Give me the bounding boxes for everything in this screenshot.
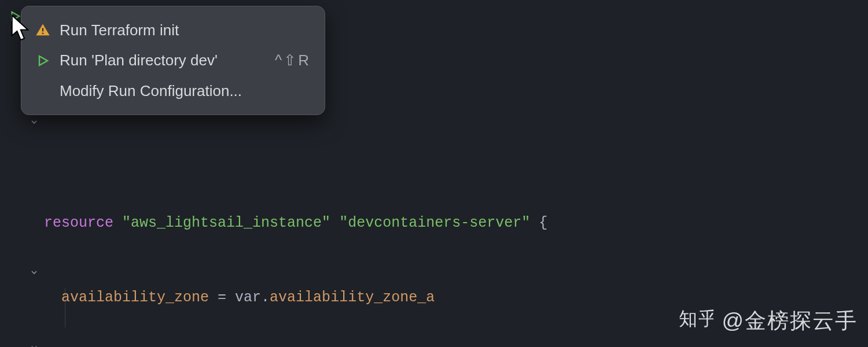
menu-item-label: Run Terraform init xyxy=(60,20,311,40)
menu-item-label: Run 'Plan directory dev' xyxy=(60,50,267,71)
watermark: 知乎 @金榜探云手 xyxy=(679,307,858,335)
watermark-handle: @金榜探云手 xyxy=(722,307,858,335)
menu-item-run-terraform-init[interactable]: Run Terraform init xyxy=(21,15,325,45)
menu-item-modify-run-config[interactable]: Modify Run Configuration... xyxy=(21,76,325,106)
code-line: resource "aws_lightsail_instance" "devco… xyxy=(44,211,868,235)
play-icon xyxy=(34,52,52,69)
warning-icon xyxy=(34,21,52,39)
fold-chevron-icon[interactable] xyxy=(28,341,41,347)
zhihu-logo-icon: 知乎 xyxy=(679,308,713,335)
svg-text:知乎: 知乎 xyxy=(679,308,713,329)
menu-item-label: Modify Run Configuration... xyxy=(60,80,311,101)
fold-chevron-icon[interactable] xyxy=(28,116,41,128)
context-menu: Run Terraform init Run 'Plan directory d… xyxy=(21,6,325,115)
fold-chevron-icon[interactable] xyxy=(28,266,41,279)
svg-rect-0 xyxy=(42,28,43,32)
mouse-cursor-icon xyxy=(9,14,34,47)
empty-icon xyxy=(34,82,52,99)
menu-item-run-plan[interactable]: Run 'Plan directory dev' ^⇧R xyxy=(21,45,325,75)
svg-rect-1 xyxy=(42,33,43,34)
menu-item-shortcut: ^⇧R xyxy=(275,50,311,71)
